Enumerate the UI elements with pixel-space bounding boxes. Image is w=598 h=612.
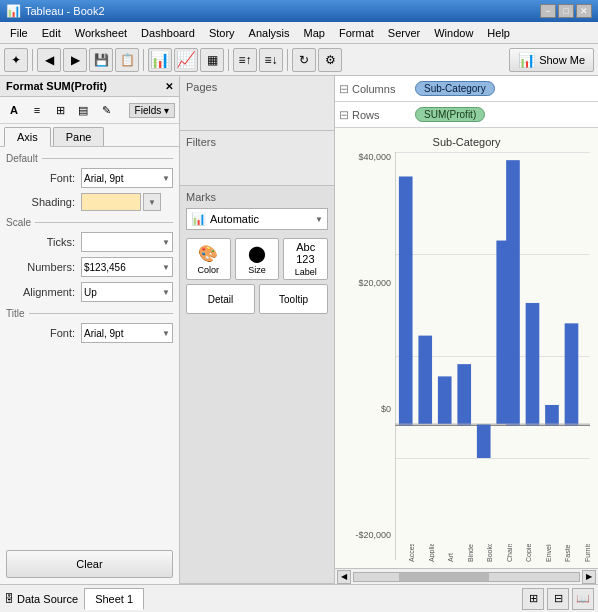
forward-button[interactable]: ▶ (63, 48, 87, 72)
bar-binders[interactable] (457, 364, 471, 425)
format-content: Default Font: Arial, 9pt ▼ Shading: ▼ Sc… (0, 147, 179, 544)
toolbar-sort1[interactable]: ≡↑ (233, 48, 257, 72)
x-label-appliances: Appliances (415, 544, 435, 562)
shading-icon[interactable]: ▤ (73, 100, 93, 120)
detail-button[interactable]: Detail (186, 284, 255, 314)
title-font-arrow: ▼ (162, 329, 170, 338)
alignment-row: Alignment: Up ▼ (6, 282, 173, 302)
bar-fasteners[interactable] (545, 405, 559, 425)
toolbar-sort2[interactable]: ≡↓ (259, 48, 283, 72)
menu-dashboard[interactable]: Dashboard (135, 25, 201, 41)
rows-pill[interactable]: SUM(Profit) (415, 107, 485, 122)
toolbar-copy[interactable]: 📋 (115, 48, 139, 72)
title-font-dropdown[interactable]: Arial, 9pt ▼ (81, 323, 173, 343)
toolbar-chart1[interactable]: 📊 (148, 48, 172, 72)
close-button[interactable]: ✕ (576, 4, 592, 18)
label-label: Label (295, 267, 317, 277)
bar-art[interactable] (438, 376, 452, 424)
bars-wrapper: Accessories Appliances Art Binders Bookc… (395, 152, 590, 560)
x-label-bookcases: Bookcases (473, 544, 493, 562)
columns-pill[interactable]: Sub-Category (415, 81, 495, 96)
data-source-tab[interactable]: 🗄 Data Source (4, 593, 78, 605)
sheet1-tab[interactable]: Sheet 1 (84, 588, 144, 610)
chart-area: Sub-Category $40,000 $20,000 $0 -$20,000 (335, 128, 598, 568)
menu-story[interactable]: Story (203, 25, 241, 41)
new-sheet-button[interactable]: ⊞ (522, 588, 544, 610)
x-label-binders: Binders (454, 544, 474, 562)
font-icon[interactable]: A (4, 100, 24, 120)
marks-label: Marks (186, 191, 328, 203)
clear-button[interactable]: Clear (6, 550, 173, 578)
new-story-icon: 📖 (576, 592, 590, 605)
bar-accessories[interactable] (399, 176, 413, 425)
menu-help[interactable]: Help (481, 25, 516, 41)
data-source-label: Data Source (17, 593, 78, 605)
center-panel: Pages Filters Marks 📊 Automatic ▼ 🎨 Colo… (180, 76, 335, 584)
toolbar-icon-1[interactable]: ✦ (4, 48, 28, 72)
numbers-dropdown[interactable]: $123,456 ▼ (81, 257, 173, 277)
tab-axis[interactable]: Axis (4, 127, 51, 147)
format-close-icon[interactable]: ✕ (165, 81, 173, 92)
format-more-icon[interactable]: ✎ (96, 100, 116, 120)
menu-worksheet[interactable]: Worksheet (69, 25, 133, 41)
font-dropdown[interactable]: Arial, 9pt ▼ (81, 168, 173, 188)
toolbar-chart2[interactable]: 📈 (174, 48, 198, 72)
menu-file[interactable]: File (4, 25, 34, 41)
back-button[interactable]: ◀ (37, 48, 61, 72)
bar-bookcases[interactable] (477, 424, 491, 458)
maximize-button[interactable]: □ (558, 4, 574, 18)
shading-color-swatch[interactable] (81, 193, 141, 211)
show-me-button[interactable]: 📊 Show Me (509, 48, 594, 72)
y-label-0: $0 (343, 404, 391, 414)
numbers-arrow: ▼ (162, 263, 170, 272)
tooltip-button[interactable]: Tooltip (259, 284, 328, 314)
toolbar-save[interactable]: 💾 (89, 48, 113, 72)
alignment-arrow: ▼ (162, 288, 170, 297)
menu-bar: File Edit Worksheet Dashboard Story Anal… (0, 22, 598, 44)
status-bar: 🗄 Data Source Sheet 1 ⊞ ⊟ 📖 (0, 584, 598, 612)
ticks-dropdown[interactable]: ▼ (81, 232, 173, 252)
color-button[interactable]: 🎨 Color (186, 238, 231, 280)
font-dropdown-arrow: ▼ (162, 174, 170, 183)
columns-shelf-row: ⊟ Columns Sub-Category (335, 76, 598, 102)
menu-server[interactable]: Server (382, 25, 426, 41)
tab-pane[interactable]: Pane (53, 127, 105, 146)
new-story-button[interactable]: 📖 (572, 588, 594, 610)
menu-window[interactable]: Window (428, 25, 479, 41)
fields-button[interactable]: Fields ▾ (129, 103, 175, 118)
size-button[interactable]: ⬤ Size (235, 238, 280, 280)
rows-shelf-name: ⊟ Rows (339, 108, 409, 122)
marks-icons: 🎨 Color ⬤ Size Abc123 Label (186, 238, 328, 280)
default-section-label: Default (6, 153, 173, 164)
label-button[interactable]: Abc123 Label (283, 238, 328, 280)
y-label-40k: $40,000 (343, 152, 391, 162)
minimize-button[interactable]: − (540, 4, 556, 18)
toolbar-more[interactable]: ⚙ (318, 48, 342, 72)
shading-dropdown-btn[interactable]: ▼ (143, 193, 161, 211)
border-icon[interactable]: ⊞ (50, 100, 70, 120)
bar-copiers[interactable] (506, 160, 520, 425)
x-label-copiers: Copiers (512, 544, 532, 562)
menu-edit[interactable]: Edit (36, 25, 67, 41)
bar-envelopes[interactable] (526, 303, 540, 425)
menu-format[interactable]: Format (333, 25, 380, 41)
bar-furnishings[interactable] (565, 323, 579, 425)
chart-main: $40,000 $20,000 $0 -$20,000 (343, 152, 590, 560)
bar-appliances[interactable] (418, 336, 432, 425)
numbers-value: $123,456 (84, 262, 126, 273)
marks-panel: Marks 📊 Automatic ▼ 🎨 Color ⬤ Size Abc12… (180, 186, 334, 584)
scroll-left-button[interactable]: ◀ (337, 570, 351, 584)
align-left-icon[interactable]: ≡ (27, 100, 47, 120)
menu-map[interactable]: Map (298, 25, 331, 41)
alignment-dropdown[interactable]: Up ▼ (81, 282, 173, 302)
scroll-track[interactable] (353, 572, 580, 582)
toolbar-refresh[interactable]: ↻ (292, 48, 316, 72)
x-labels: Accessories Appliances Art Binders Bookc… (395, 544, 590, 562)
scroll-right-button[interactable]: ▶ (582, 570, 596, 584)
menu-analysis[interactable]: Analysis (243, 25, 296, 41)
marks-type-dropdown[interactable]: 📊 Automatic ▼ (186, 208, 328, 230)
toolbar-chart3[interactable]: ▦ (200, 48, 224, 72)
scroll-area: ◀ ▶ (335, 568, 598, 584)
color-label: Color (198, 265, 220, 275)
new-dashboard-button[interactable]: ⊟ (547, 588, 569, 610)
